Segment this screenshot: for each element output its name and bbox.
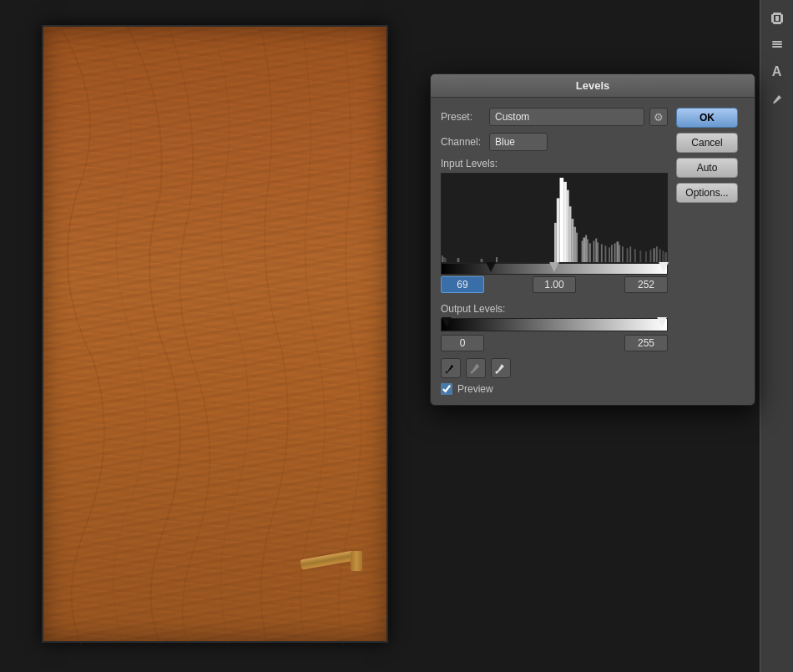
svg-rect-9 xyxy=(442,255,443,262)
svg-rect-31 xyxy=(597,242,599,262)
output-white-input[interactable] xyxy=(624,335,668,351)
svg-rect-44 xyxy=(645,251,647,262)
tool-layers-icon[interactable] xyxy=(765,33,789,57)
black-output-thumb[interactable] xyxy=(442,317,452,327)
svg-rect-45 xyxy=(650,250,652,262)
svg-rect-20 xyxy=(569,206,572,262)
svg-rect-49 xyxy=(662,250,664,262)
svg-rect-22 xyxy=(573,227,576,262)
mid-input-thumb[interactable] xyxy=(549,262,559,272)
svg-rect-11 xyxy=(445,258,447,262)
tool-text-icon[interactable]: A xyxy=(765,60,789,83)
black-level-input[interactable] xyxy=(441,276,484,293)
right-panel: A xyxy=(760,0,793,672)
svg-rect-21 xyxy=(571,219,573,262)
gray-eyedropper-button[interactable] xyxy=(466,358,486,378)
svg-rect-32 xyxy=(601,244,603,262)
white-level-input[interactable] xyxy=(624,276,668,293)
mid-level-input[interactable] xyxy=(533,276,576,293)
svg-rect-39 xyxy=(622,246,624,262)
door-image xyxy=(42,25,388,643)
black-eyedropper-button[interactable] xyxy=(441,358,461,378)
output-values-row xyxy=(441,335,668,351)
preview-row: Preview xyxy=(441,383,668,395)
input-values-row xyxy=(441,276,668,293)
svg-rect-6 xyxy=(772,46,782,48)
svg-rect-50 xyxy=(664,252,667,262)
svg-rect-1 xyxy=(773,22,781,24)
svg-rect-29 xyxy=(593,240,595,262)
svg-rect-47 xyxy=(656,246,658,262)
preset-label: Preset: xyxy=(441,111,484,123)
output-gradient-bar xyxy=(441,318,668,331)
cancel-button[interactable]: Cancel xyxy=(676,133,738,153)
histogram-svg xyxy=(442,174,667,262)
svg-rect-46 xyxy=(653,248,655,262)
svg-rect-25 xyxy=(583,238,585,262)
svg-point-53 xyxy=(496,371,498,374)
white-input-thumb[interactable] xyxy=(659,262,669,272)
svg-point-51 xyxy=(446,371,448,374)
svg-rect-5 xyxy=(772,43,782,45)
svg-rect-41 xyxy=(629,246,631,262)
svg-rect-38 xyxy=(619,245,620,262)
histogram-box xyxy=(441,173,668,263)
dialog-title: Levels xyxy=(431,74,755,98)
svg-rect-42 xyxy=(634,249,636,262)
svg-rect-35 xyxy=(611,245,613,262)
svg-rect-40 xyxy=(627,248,629,262)
channel-select[interactable]: Blue xyxy=(489,133,548,151)
svg-rect-23 xyxy=(576,233,578,262)
options-button[interactable]: Options... xyxy=(676,183,738,203)
svg-rect-4 xyxy=(775,16,779,21)
preview-label[interactable]: Preview xyxy=(457,383,493,395)
door-handle xyxy=(301,551,367,572)
svg-rect-15 xyxy=(554,223,557,262)
svg-rect-28 xyxy=(589,243,591,262)
output-black-input[interactable] xyxy=(441,335,484,351)
svg-rect-3 xyxy=(780,14,783,23)
svg-rect-37 xyxy=(616,241,619,262)
svg-rect-19 xyxy=(567,190,569,262)
ok-button[interactable]: OK xyxy=(676,108,738,128)
white-eyedropper-button[interactable] xyxy=(491,358,511,378)
svg-rect-43 xyxy=(639,250,641,262)
svg-rect-12 xyxy=(457,258,460,262)
svg-rect-13 xyxy=(481,259,483,262)
tool-brush-icon[interactable] xyxy=(765,87,789,110)
black-input-thumb[interactable] xyxy=(486,262,496,272)
svg-rect-27 xyxy=(587,240,588,262)
svg-rect-0 xyxy=(773,13,781,15)
preset-select[interactable]: Custom xyxy=(489,108,644,126)
levels-dialog: Levels Preset: Custom ⚙ Channel: Blue xyxy=(430,73,755,406)
auto-button[interactable]: Auto xyxy=(676,158,738,178)
svg-rect-24 xyxy=(582,240,583,262)
svg-rect-16 xyxy=(557,198,560,262)
preview-checkbox[interactable] xyxy=(441,383,452,395)
svg-rect-18 xyxy=(563,182,567,262)
dialog-buttons: OK Cancel Auto Options... xyxy=(676,108,745,395)
svg-rect-17 xyxy=(560,178,564,262)
tool-move-icon[interactable] xyxy=(765,7,789,30)
svg-rect-14 xyxy=(496,257,498,262)
svg-rect-10 xyxy=(443,257,445,262)
svg-point-52 xyxy=(471,371,473,374)
gear-button[interactable]: ⚙ xyxy=(649,108,668,126)
svg-rect-36 xyxy=(614,243,616,262)
svg-rect-7 xyxy=(772,41,782,43)
svg-rect-34 xyxy=(609,247,610,262)
channel-label: Channel: xyxy=(441,136,484,148)
white-output-thumb[interactable] xyxy=(657,317,667,327)
input-levels-label: Input Levels: xyxy=(441,158,668,169)
svg-rect-48 xyxy=(659,249,661,262)
svg-rect-26 xyxy=(585,235,587,262)
eyedroppers-row xyxy=(441,358,668,378)
output-levels-label: Output Levels: xyxy=(441,303,668,315)
svg-rect-30 xyxy=(595,239,597,262)
svg-rect-33 xyxy=(605,245,607,262)
svg-rect-2 xyxy=(771,14,774,23)
